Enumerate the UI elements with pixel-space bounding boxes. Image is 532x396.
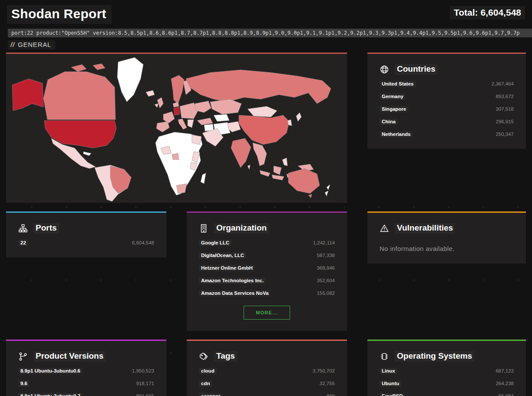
org-label[interactable]: DigitalOcean, LLC bbox=[199, 252, 246, 259]
table-row: Amazon Data Services NoVa155,082 bbox=[199, 290, 335, 297]
page-title: Shodan Report bbox=[7, 5, 112, 24]
os-label[interactable]: Linux bbox=[380, 368, 397, 374]
table-row: United States2,367,464 bbox=[380, 81, 514, 87]
table-row: Hetzner Online GmbH368,946 bbox=[199, 265, 335, 271]
empty-state-text: No information available. bbox=[380, 245, 514, 252]
header: Shodan Report Total:6,604,548 bbox=[0, 0, 532, 25]
more-button[interactable]: MORE... bbox=[244, 306, 290, 320]
organization-title: Organization bbox=[199, 223, 335, 234]
country-label[interactable]: Netherlands bbox=[380, 131, 413, 138]
country-label[interactable]: China bbox=[380, 119, 398, 125]
world-map-panel bbox=[6, 53, 347, 203]
building-icon bbox=[199, 224, 208, 233]
operating-systems-panel: Operating Systems Linux687,123 Ubuntu264… bbox=[367, 340, 526, 396]
version-value: 918,171 bbox=[136, 381, 154, 386]
table-row: Netherlands250,347 bbox=[380, 131, 514, 138]
chip-icon bbox=[380, 352, 389, 361]
organization-panel: Organization Google LLC1,242,114 Digital… bbox=[187, 211, 347, 331]
table-row: Amazon Technologies Inc.352,604 bbox=[199, 277, 335, 284]
tag-label[interactable]: scanner bbox=[199, 393, 222, 396]
tag-value: 32,755 bbox=[320, 381, 335, 386]
table-row: cloud3,750,702 bbox=[199, 368, 335, 374]
tags-icon bbox=[199, 352, 208, 361]
ports-title: Ports bbox=[18, 223, 154, 234]
product-versions-title: Product Versions bbox=[18, 351, 154, 362]
org-value: 155,082 bbox=[317, 290, 335, 296]
table-row: Singapore307,518 bbox=[380, 106, 514, 112]
tag-label[interactable]: cloud bbox=[199, 368, 217, 374]
section-label: GENERAL bbox=[18, 41, 51, 48]
table-row: 8.9p1 Ubuntu-3ubuntu0.7891,601 bbox=[18, 393, 154, 396]
country-label[interactable]: United States bbox=[380, 81, 416, 87]
countries-title: Countries bbox=[380, 64, 514, 75]
table-row: scanner899 bbox=[199, 393, 335, 396]
country-value: 250,347 bbox=[496, 132, 514, 137]
section-prefix: // bbox=[10, 41, 15, 48]
version-label[interactable]: 8.9p1 Ubuntu-3ubuntu0.6 bbox=[18, 368, 83, 374]
port-value: 6,604,548 bbox=[132, 240, 154, 245]
table-row: FreeBSD55,084 bbox=[380, 393, 514, 396]
tag-value: 3,750,702 bbox=[313, 368, 335, 373]
table-row: 226,604,548 bbox=[18, 240, 154, 246]
versions-icon bbox=[18, 352, 28, 361]
org-label[interactable]: Amazon Data Services NoVa bbox=[199, 290, 271, 297]
port-label[interactable]: 22 bbox=[18, 240, 28, 246]
total-value: 6,604,548 bbox=[481, 7, 521, 17]
tag-label[interactable]: cdn bbox=[199, 380, 212, 387]
table-row: Linux687,123 bbox=[380, 368, 514, 374]
table-row: 8.9p1 Ubuntu-3ubuntu0.61,950,523 bbox=[18, 368, 154, 374]
os-value: 687,123 bbox=[496, 368, 514, 373]
ports-panel: Ports 226,604,548 bbox=[6, 211, 166, 257]
world-map bbox=[6, 54, 347, 203]
total-counter: Total:6,604,548 bbox=[450, 6, 525, 20]
table-row: DigitalOcean, LLC587,338 bbox=[199, 252, 335, 259]
tags-title: Tags bbox=[199, 351, 335, 362]
vulnerabilities-title: Vulnerabilities bbox=[380, 223, 514, 234]
version-value: 891,601 bbox=[136, 393, 154, 396]
table-row: Germany893,672 bbox=[380, 93, 514, 100]
tags-panel: Tags cloud3,750,702 cdn32,755 scanner899 bbox=[187, 340, 347, 396]
warning-icon bbox=[380, 224, 389, 233]
table-row: 9.6918,171 bbox=[18, 380, 154, 387]
country-value: 893,672 bbox=[496, 94, 514, 99]
table-row: Ubuntu264,238 bbox=[380, 380, 514, 387]
countries-panel: Countries United States2,367,464 Germany… bbox=[367, 53, 526, 149]
total-label: Total: bbox=[454, 7, 478, 17]
country-value: 2,367,464 bbox=[492, 81, 514, 86]
os-value: 55,084 bbox=[499, 393, 514, 396]
version-label[interactable]: 8.9p1 Ubuntu-3ubuntu0.7 bbox=[18, 393, 83, 396]
table-row: China296,915 bbox=[380, 119, 514, 125]
os-label[interactable]: Ubuntu bbox=[380, 380, 401, 387]
org-label[interactable]: Hetzner Online GmbH bbox=[199, 265, 255, 271]
tag-value: 899 bbox=[327, 393, 335, 396]
country-label[interactable]: Germany bbox=[380, 93, 406, 100]
table-row: Google LLC1,242,114 bbox=[199, 240, 335, 246]
product-versions-panel: Product Versions 8.9p1 Ubuntu-3ubuntu0.6… bbox=[6, 340, 166, 396]
org-label[interactable]: Amazon Technologies Inc. bbox=[199, 277, 266, 284]
sitemap-icon bbox=[18, 224, 28, 233]
country-value: 307,518 bbox=[496, 106, 514, 112]
search-query-bar: port:22 product:"OpenSSH" version:8.5,8.… bbox=[8, 29, 532, 37]
version-label[interactable]: 9.6 bbox=[18, 380, 30, 387]
org-value: 352,604 bbox=[317, 278, 335, 283]
country-label[interactable]: Singapore bbox=[380, 106, 408, 112]
org-value: 1,242,114 bbox=[313, 240, 335, 245]
table-row: cdn32,755 bbox=[199, 380, 335, 387]
section-heading: //GENERAL bbox=[8, 40, 532, 50]
org-label[interactable]: Google LLC bbox=[199, 240, 231, 246]
country-value: 296,915 bbox=[496, 119, 514, 124]
version-value: 1,950,523 bbox=[132, 368, 154, 373]
globe-icon bbox=[380, 65, 389, 74]
org-value: 368,946 bbox=[317, 265, 335, 271]
more-wrap: MORE... bbox=[199, 306, 335, 320]
operating-systems-title: Operating Systems bbox=[380, 351, 514, 362]
report-grid: Countries United States2,367,464 Germany… bbox=[6, 53, 526, 396]
os-label[interactable]: FreeBSD bbox=[380, 393, 405, 396]
os-value: 264,238 bbox=[496, 381, 514, 386]
org-value: 587,338 bbox=[317, 253, 335, 258]
vulnerabilities-panel: Vulnerabilities No information available… bbox=[367, 211, 526, 264]
